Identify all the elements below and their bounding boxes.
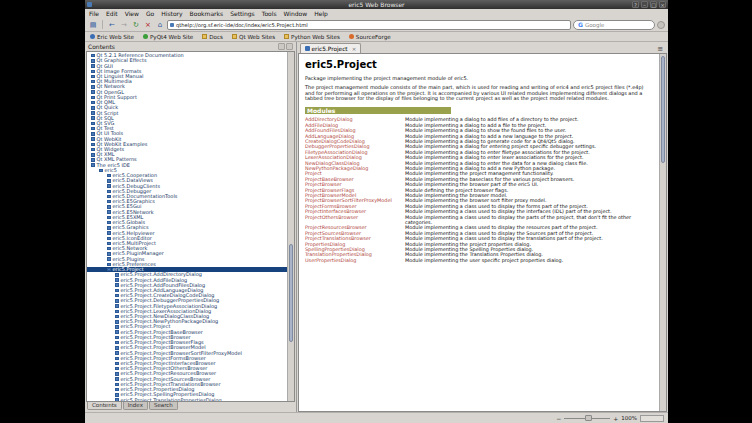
bookmark-item[interactable]: SourceForge — [349, 34, 391, 40]
help-button[interactable]: ? — [632, 1, 639, 8]
doc-icon — [91, 64, 95, 68]
bookmark-label: PyQt4 Web Site — [150, 34, 193, 40]
doc-icon — [115, 320, 119, 324]
doc-icon — [91, 143, 95, 147]
maximize-button[interactable]: □ — [650, 1, 657, 8]
sidebar: Contents Qt 5.2.1 Reference Documentatio… — [85, 42, 297, 412]
tab-close-icon[interactable]: × — [352, 46, 357, 52]
doc-icon — [115, 351, 119, 355]
new-tab-icon[interactable]: ▤ — [88, 20, 98, 30]
menu-item[interactable]: Bookmarks — [190, 10, 224, 17]
tab-list-icon[interactable]: ≡ — [657, 45, 665, 53]
menu-item[interactable]: Settings — [230, 10, 255, 17]
doc-icon — [115, 304, 119, 308]
bookmark-item[interactable]: PyQt4 Web Site — [143, 34, 193, 40]
doc-icon — [107, 210, 111, 214]
zoom-slider[interactable] — [564, 415, 610, 421]
menu-item[interactable]: Help — [314, 10, 328, 17]
doc-icon — [91, 90, 95, 94]
titlebar[interactable]: eric5 Web Browser ? – □ × — [85, 0, 668, 9]
doc-icon — [107, 252, 111, 256]
page-scrollbar[interactable] — [659, 54, 666, 411]
doc-icon — [91, 148, 95, 152]
doc-icon — [107, 200, 111, 204]
zoom-slider-thumb[interactable] — [585, 415, 592, 421]
search-input[interactable]: G Google — [573, 20, 655, 30]
menu-item[interactable]: Tools — [262, 10, 277, 17]
doc-icon — [115, 325, 119, 329]
bookmark-icon — [143, 34, 148, 39]
menubar: FileEditViewGoHistoryBookmarksSettingsTo… — [85, 9, 668, 18]
bookmark-item[interactable]: Eric Web Site — [90, 34, 134, 40]
close-button[interactable]: × — [659, 1, 666, 8]
bookmark-icon — [284, 34, 289, 39]
sidebar-header-button[interactable] — [286, 43, 293, 50]
zoom-in-icon[interactable]: + — [613, 415, 618, 422]
home-icon[interactable]: ⌂ — [155, 20, 165, 30]
doc-icon — [115, 388, 119, 392]
doc-icon — [91, 70, 95, 74]
doc-icon — [115, 393, 119, 397]
bookmark-label: Docs — [209, 34, 223, 40]
menu-item[interactable]: Go — [146, 10, 154, 17]
window-title: eric5 Web Browser — [85, 1, 668, 8]
url-bar[interactable]: qthelp://org.sf.eric-ide/doc/index/eric5… — [167, 20, 571, 30]
doc-icon — [107, 184, 111, 188]
doc-icon — [91, 122, 95, 126]
sidebar-scrollbar[interactable] — [287, 52, 294, 401]
search-engine-icon: G — [578, 21, 583, 28]
page-scrollbar-thumb[interactable] — [661, 56, 665, 163]
url-text: qthelp://org.sf.eric-ide/doc/index/eric5… — [176, 22, 308, 28]
zoom-out-icon[interactable]: − — [556, 415, 561, 422]
stop-icon[interactable]: × — [143, 20, 153, 30]
doc-icon — [115, 294, 119, 298]
doc-icon — [91, 59, 95, 63]
sidebar-tab[interactable]: Index — [123, 402, 148, 410]
doc-icon — [107, 268, 111, 272]
menu-item[interactable]: Window — [284, 10, 308, 17]
doc-icon — [115, 372, 119, 376]
sidebar-scrollbar-thumb[interactable] — [289, 244, 293, 342]
sidebar-header: Contents — [85, 42, 296, 51]
module-link[interactable]: UserPropertiesDialog — [305, 258, 405, 263]
reload-icon[interactable]: ↻ — [131, 20, 141, 30]
sidebar-tab[interactable]: Search — [149, 402, 178, 410]
bookmark-item[interactable]: Qt Web Sites — [232, 34, 275, 40]
modules-section-header: Modules — [305, 107, 451, 115]
forward-icon[interactable]: → — [119, 20, 129, 30]
sidebar-tab[interactable]: Contents — [87, 402, 122, 410]
search-placeholder: Google — [585, 22, 604, 28]
bookmark-item[interactable]: Docs — [202, 34, 223, 40]
doc-icon — [115, 315, 119, 319]
menu-item[interactable]: View — [125, 10, 139, 17]
sidebar-header-buttons — [278, 43, 293, 50]
doc-icon — [91, 96, 95, 100]
tree-item[interactable]: eric5.Project.TranslationPropertiesDialo… — [87, 397, 287, 401]
doc-icon — [115, 383, 119, 387]
main-area: Contents Qt 5.2.1 Reference Documentatio… — [85, 42, 668, 412]
doc-icon — [115, 346, 119, 350]
doc-icon — [107, 195, 111, 199]
menu-item[interactable]: Edit — [106, 10, 118, 17]
bookmark-label: SourceForge — [356, 34, 391, 40]
doc-icon — [115, 273, 119, 277]
menu-item[interactable]: History — [161, 10, 182, 17]
back-icon[interactable]: ← — [107, 20, 117, 30]
doc-icon — [91, 75, 95, 79]
bookmark-label: Eric Web Site — [97, 34, 134, 40]
minimize-button[interactable]: – — [641, 1, 648, 8]
sidebar-header-button[interactable] — [278, 43, 285, 50]
doc-icon — [115, 367, 119, 371]
doc-icon — [115, 362, 119, 366]
module-description: Module implementing the user specific pr… — [405, 258, 653, 263]
bookmarks-bar: Eric Web Site PyQt4 Web Site Docs Qt Web… — [85, 32, 668, 42]
page-intro: Package implementing the project managem… — [305, 75, 653, 81]
bookmark-item[interactable]: Python Web Sites — [284, 34, 340, 40]
doc-icon — [107, 205, 111, 209]
tab-eric5-project[interactable]: eric5.Project × — [300, 43, 361, 53]
status-bar: − + 100% — [85, 412, 668, 423]
doc-icon — [99, 169, 103, 173]
module-link[interactable]: ProjectOthersBrowser — [305, 215, 405, 220]
doc-icon — [107, 226, 111, 230]
menu-item[interactable]: File — [89, 10, 99, 17]
